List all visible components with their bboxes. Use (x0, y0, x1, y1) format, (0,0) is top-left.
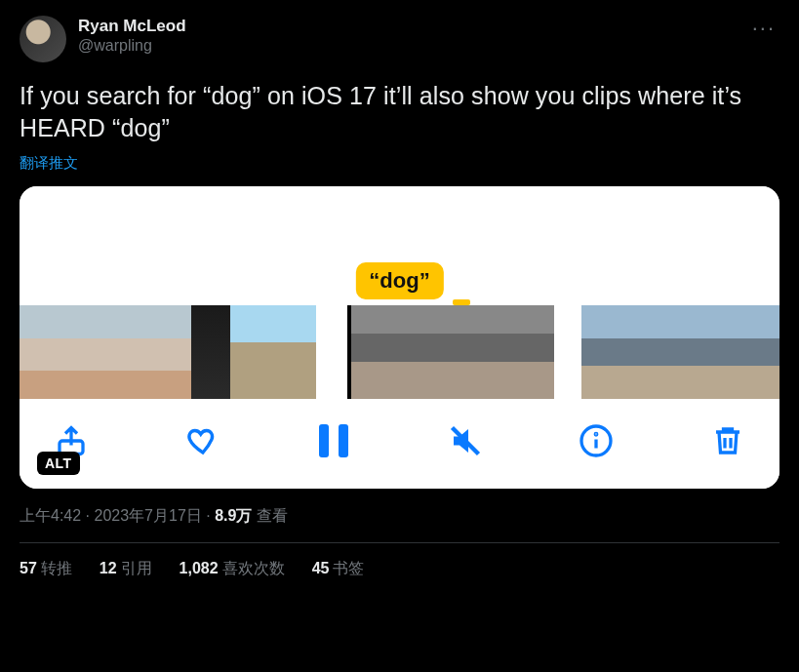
tweet-stats: 57转推 12引用 1,082喜欢次数 45书签 (20, 543, 779, 579)
pause-icon (319, 424, 348, 457)
timeline-frame (191, 305, 230, 399)
delete-button[interactable] (709, 422, 746, 459)
media-preview-area: “dog” (20, 186, 779, 305)
author-display-name[interactable]: Ryan McLeod (78, 16, 186, 36)
more-icon[interactable]: ··· (748, 16, 779, 41)
author-block: Ryan McLeod @warpling (78, 16, 186, 56)
likes-stat[interactable]: 1,082喜欢次数 (180, 559, 285, 579)
timeline-clip[interactable] (20, 305, 316, 399)
timeline-frame (710, 305, 753, 399)
timeline-frame (343, 305, 396, 399)
meta-sep: · (202, 507, 215, 524)
info-icon (579, 423, 614, 458)
timeline-frame (581, 305, 624, 399)
timeline-frame (449, 305, 501, 399)
media-attachment[interactable]: “dog” (20, 186, 779, 489)
bookmarks-label: 书签 (333, 560, 364, 576)
views-label: 查看 (252, 507, 287, 524)
bookmarks-stat[interactable]: 45书签 (312, 559, 365, 579)
tweet-container: Ryan McLeod @warpling ··· If you search … (0, 0, 799, 579)
timeline-frame (20, 305, 62, 399)
tweet-meta: 上午4:42 · 2023年7月17日 · 8.9万 查看 (20, 506, 779, 527)
timeline-frame (501, 305, 554, 399)
heart-icon (185, 423, 220, 458)
timeline-frame (230, 305, 273, 399)
timeline-frame (105, 305, 148, 399)
pause-button[interactable] (315, 422, 352, 459)
muted-icon (448, 423, 483, 458)
timeline-frame (148, 305, 191, 399)
info-button[interactable] (578, 422, 615, 459)
mute-button[interactable] (447, 422, 484, 459)
translate-link[interactable]: 翻译推文 (20, 154, 779, 173)
quotes-stat[interactable]: 12引用 (100, 559, 152, 579)
tweet-date[interactable]: 2023年7月17日 (94, 507, 201, 524)
retweets-stat[interactable]: 57转推 (20, 559, 72, 579)
tweet-time[interactable]: 上午4:42 (20, 507, 81, 524)
like-button[interactable] (184, 422, 221, 459)
timeline-frame (667, 305, 710, 399)
quotes-count: 12 (100, 560, 117, 576)
retweets-label: 转推 (41, 560, 72, 576)
avatar[interactable] (20, 16, 66, 62)
timeline-clip[interactable] (581, 305, 779, 399)
svg-point-4 (596, 434, 598, 436)
meta-sep: · (81, 507, 94, 524)
bookmarks-count: 45 (312, 560, 330, 576)
timeline-frame (273, 305, 316, 399)
views-count: 8.9万 (215, 507, 252, 524)
timeline-frame (624, 305, 667, 399)
alt-badge[interactable]: ALT (37, 452, 80, 475)
quotes-label: 引用 (121, 560, 152, 576)
timeline-frame (62, 305, 105, 399)
trash-icon (710, 423, 745, 458)
retweets-count: 57 (20, 560, 37, 576)
likes-count: 1,082 (180, 560, 219, 576)
tweet-header: Ryan McLeod @warpling ··· (20, 16, 779, 62)
timeline-frame (396, 305, 449, 399)
timeline-clip[interactable] (343, 305, 554, 399)
caption-bubble: “dog” (355, 262, 443, 299)
likes-label: 喜欢次数 (222, 560, 285, 576)
tweet-text: If you search for “dog” on iOS 17 it’ll … (20, 80, 779, 144)
media-toolbar (20, 399, 779, 489)
video-timeline[interactable] (20, 305, 779, 399)
author-handle[interactable]: @warpling (78, 36, 186, 56)
timeline-frame (753, 305, 779, 399)
